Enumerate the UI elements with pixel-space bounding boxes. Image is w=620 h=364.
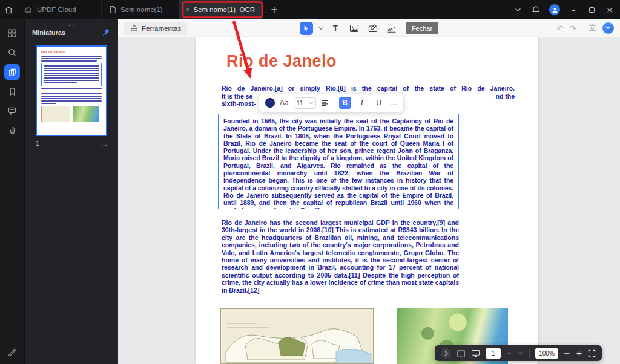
search-icon bbox=[7, 48, 17, 57]
map-image-rio-state[interactable] bbox=[220, 308, 374, 364]
sidebar-item-search[interactable] bbox=[4, 45, 20, 60]
home-icon bbox=[4, 5, 13, 15]
notifications-button[interactable] bbox=[528, 1, 544, 18]
snapshot-button[interactable] bbox=[588, 24, 597, 33]
thumbnail-more-button[interactable]: … bbox=[101, 140, 107, 147]
image-tool-button[interactable] bbox=[348, 22, 361, 35]
intro-line-2-right: nd the bbox=[496, 93, 515, 100]
select-tool-button[interactable] bbox=[300, 22, 313, 35]
pdf-page[interactable]: Rio de Janelo Rio de Janeiro,[a] or simp… bbox=[196, 37, 538, 364]
tab-updf-cloud[interactable]: UPDF Cloud bbox=[17, 0, 102, 19]
updf-application-window: UPDF Cloud Sem nome(1) Sem nome(1)_OCR +… bbox=[0, 0, 620, 364]
resize-handle-right[interactable] bbox=[457, 160, 459, 163]
titlebar-right-controls: – × bbox=[510, 1, 620, 18]
book-icon bbox=[457, 349, 466, 357]
toolbar-divider bbox=[582, 24, 582, 33]
text-tool-button[interactable]: T bbox=[329, 22, 342, 35]
italic-button[interactable]: I bbox=[356, 97, 368, 109]
font-style-button[interactable]: Aa bbox=[280, 99, 289, 107]
grid-icon bbox=[7, 28, 17, 38]
bold-button[interactable]: B bbox=[339, 97, 351, 109]
font-size-value: 11 bbox=[297, 99, 303, 106]
main-toolbar: Ferramentas T Fechar bbox=[118, 19, 620, 37]
fill-sign-tool-button[interactable] bbox=[366, 22, 380, 35]
fechar-button[interactable]: Fechar bbox=[406, 22, 438, 34]
image-icon bbox=[349, 24, 359, 33]
map-graphic bbox=[221, 309, 373, 363]
monitor-icon bbox=[471, 349, 480, 357]
underline-button[interactable]: U bbox=[373, 97, 385, 109]
text-color-swatch[interactable] bbox=[265, 98, 275, 108]
sidebar-item-thumbnails[interactable] bbox=[4, 64, 20, 80]
snapshot-icon bbox=[588, 24, 597, 31]
zoom-in-button[interactable]: + bbox=[576, 349, 582, 357]
second-paragraph[interactable]: Rio de Janeiro has the second largest mu… bbox=[222, 219, 459, 294]
new-tab-button[interactable]: + bbox=[266, 2, 282, 18]
page-navigation-bar: 1 100% − + bbox=[435, 345, 602, 361]
format-more-button[interactable]: … bbox=[390, 99, 397, 107]
chevron-up-icon bbox=[506, 351, 512, 355]
document-canvas[interactable]: Rio de Janelo Rio de Janeiro,[a] or simp… bbox=[118, 37, 620, 364]
user-avatar[interactable] bbox=[549, 4, 560, 15]
ai-assistant-button[interactable] bbox=[602, 22, 614, 34]
panel-title: Miniaturas bbox=[32, 29, 65, 36]
pin-icon[interactable] bbox=[102, 28, 111, 37]
status-bar-divider bbox=[529, 349, 530, 358]
sidebar-item-home-grid[interactable] bbox=[4, 25, 20, 41]
undo-button[interactable]: ↶ bbox=[557, 24, 564, 33]
align-button[interactable] bbox=[321, 100, 329, 106]
panel-more-handle[interactable]: … bbox=[25, 19, 118, 27]
format-bar-divider bbox=[334, 98, 334, 108]
bell-icon bbox=[532, 5, 540, 15]
fill-sign-icon bbox=[368, 24, 378, 33]
thumbnail-title: Rio de Janelo bbox=[41, 50, 102, 54]
home-button[interactable] bbox=[0, 0, 17, 19]
thumbnail-page-number: 1 bbox=[36, 140, 39, 147]
zoom-out-button[interactable]: − bbox=[564, 349, 570, 357]
tab-sem-nome-1[interactable]: Sem nome(1) bbox=[102, 0, 179, 19]
chevron-down-icon bbox=[309, 102, 313, 105]
signature-icon bbox=[387, 24, 397, 33]
toolbar-right: ↶ ↷ bbox=[557, 22, 614, 34]
font-size-dropdown[interactable]: 11 bbox=[294, 97, 316, 109]
page-number-input[interactable]: 1 bbox=[486, 348, 501, 359]
signature-tool-button[interactable] bbox=[385, 22, 398, 35]
zoom-level[interactable]: 100% bbox=[535, 348, 558, 359]
document-title[interactable]: Rio de Janelo bbox=[226, 52, 337, 71]
titlebar: UPDF Cloud Sem nome(1) Sem nome(1)_OCR +… bbox=[0, 0, 620, 19]
thumbnail-text-lines bbox=[41, 88, 102, 104]
close-window-button[interactable]: × bbox=[602, 1, 618, 18]
redo-button[interactable]: ↷ bbox=[569, 24, 576, 33]
previous-page-button[interactable] bbox=[506, 351, 512, 355]
collapse-toolbar-button[interactable] bbox=[441, 348, 451, 359]
person-icon bbox=[552, 7, 558, 13]
collapse-chevron-button[interactable] bbox=[510, 1, 526, 18]
sidebar-item-comments[interactable] bbox=[4, 103, 20, 119]
minimize-button[interactable]: – bbox=[566, 1, 581, 18]
tab-sem-nome-1-ocr[interactable]: Sem nome(1)_OCR bbox=[179, 0, 263, 19]
sidebar-item-attachments[interactable] bbox=[4, 122, 20, 138]
thumbnail-map-left bbox=[41, 106, 70, 122]
intro-line-2-left: It is the se bbox=[222, 93, 252, 100]
select-tool-chevron[interactable] bbox=[318, 27, 323, 30]
thumbnail-selected-box bbox=[41, 63, 102, 86]
presentation-mode-button[interactable] bbox=[471, 349, 480, 357]
align-left-icon bbox=[321, 100, 329, 106]
document-icon bbox=[109, 5, 116, 14]
panel-header: Miniaturas bbox=[25, 27, 118, 41]
chevron-down-icon bbox=[318, 27, 323, 30]
fit-page-button[interactable] bbox=[588, 349, 596, 357]
text-format-toolbar: Aa 11 B I U … bbox=[259, 94, 403, 112]
resize-handle-left[interactable] bbox=[218, 160, 220, 163]
pen-tool-button[interactable] bbox=[4, 343, 20, 359]
tab-label: Sem nome(1) bbox=[120, 6, 163, 13]
page-thumbnail[interactable]: Rio de Janelo bbox=[36, 45, 107, 136]
selected-text-box[interactable]: Founded in 1565, the city was initially … bbox=[218, 114, 459, 209]
ferramentas-button[interactable]: Ferramentas bbox=[124, 22, 187, 35]
maximize-button[interactable] bbox=[584, 1, 599, 18]
next-page-button[interactable] bbox=[518, 351, 524, 355]
page-layout-button[interactable] bbox=[457, 349, 466, 357]
tab-label: Sem nome(1)_OCR bbox=[193, 6, 255, 13]
sidebar-item-bookmarks[interactable] bbox=[4, 83, 20, 99]
center-tools: T Fechar bbox=[300, 22, 438, 35]
